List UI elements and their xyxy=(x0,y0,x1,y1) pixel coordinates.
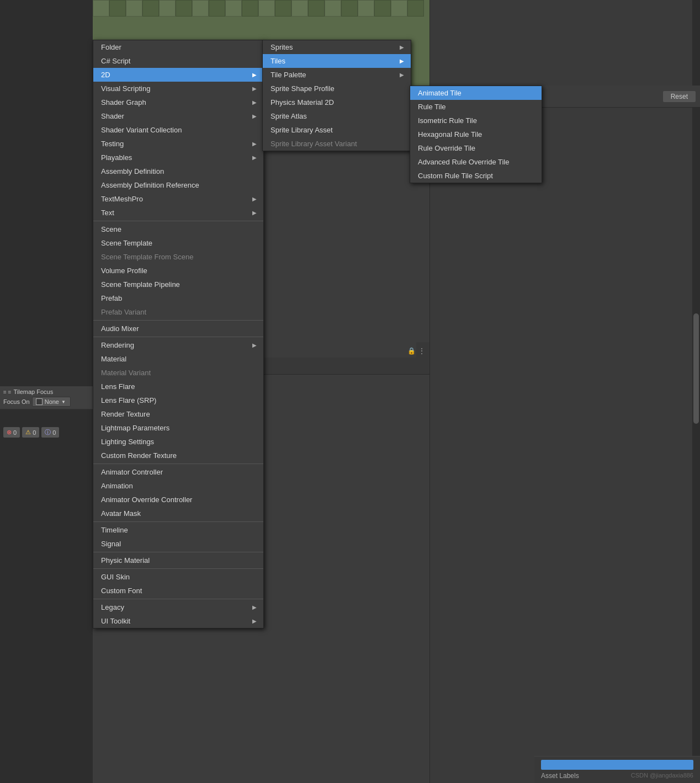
menu-item-scene-template-pipeline[interactable]: Scene Template Pipeline xyxy=(93,278,263,291)
menu-item-signal[interactable]: Signal xyxy=(93,537,263,551)
menu-tiles-item-rule-override-tile[interactable]: Rule Override Tile xyxy=(410,141,542,155)
menu-item-csharp-script[interactable]: C# Script xyxy=(93,54,263,68)
scrollbar-track[interactable] xyxy=(692,0,700,783)
focus-on-label: Focus On xyxy=(3,398,30,405)
menu-item-scene-template[interactable]: Scene Template xyxy=(93,236,263,250)
menu-item-ui-toolkit[interactable]: UI Toolkit▶ xyxy=(93,614,263,628)
menu-item-label-text: Text xyxy=(101,209,114,217)
submenu-arrow-ui-toolkit: ▶ xyxy=(252,618,257,624)
menu-item-lighting-settings[interactable]: Lighting Settings xyxy=(93,435,263,449)
menu-item-shader-graph[interactable]: Shader Graph▶ xyxy=(93,95,263,109)
menu-item-shader-variant-collection[interactable]: Shader Variant Collection xyxy=(93,123,263,137)
menu-item-material-variant: Material Variant xyxy=(93,366,263,380)
focus-on-dropdown[interactable]: None ▼ xyxy=(32,397,71,407)
asset-labels-section: Asset Labels xyxy=(534,756,700,783)
none-label: None xyxy=(45,398,59,405)
menu-item-rendering[interactable]: Rendering▶ xyxy=(93,338,263,352)
menu-item-lightmap-parameters[interactable]: Lightmap Parameters xyxy=(93,421,263,435)
menu-item-physic-material[interactable]: Physic Material xyxy=(93,553,263,567)
menu-separator xyxy=(93,521,263,522)
more-options-icon[interactable]: ⋮ xyxy=(418,345,425,357)
menu-item-lens-flare-srp[interactable]: Lens Flare (SRP) xyxy=(93,393,263,407)
menu-item-legacy[interactable]: Legacy▶ xyxy=(93,600,263,614)
menu-2d-label-sprite-library-asset: Sprite Library Asset xyxy=(271,126,333,134)
menu-item-label-scene: Scene xyxy=(101,225,121,233)
menu-2d-item-physics-material-2d[interactable]: Physics Material 2D xyxy=(263,95,411,109)
menu-item-custom-font[interactable]: Custom Font xyxy=(93,584,263,598)
scrollbar-thumb[interactable] xyxy=(693,313,699,424)
tile-cell xyxy=(341,0,358,17)
menu-item-custom-render-texture[interactable]: Custom Render Texture xyxy=(93,449,263,462)
lock-icon[interactable]: 🔒 xyxy=(407,345,416,357)
menu-item-playables[interactable]: Playables▶ xyxy=(93,151,263,164)
menu-item-assembly-definition-reference[interactable]: Assembly Definition Reference xyxy=(93,178,263,192)
menu-tiles-label-animated-tile: Animated Tile xyxy=(418,89,462,97)
tile-cell xyxy=(209,0,225,17)
submenu-arrow-shader-graph: ▶ xyxy=(252,99,257,105)
menu-2d-item-sprite-shape-profile[interactable]: Sprite Shape Profile xyxy=(263,82,411,95)
menu-tiles-item-custom-rule-tile-script[interactable]: Custom Rule Tile Script xyxy=(410,169,542,183)
menu-tiles-label-rule-tile: Rule Tile xyxy=(418,103,446,111)
menu-item-lens-flare[interactable]: Lens Flare xyxy=(93,380,263,393)
menu-item-label-audio-mixer: Audio Mixer xyxy=(101,324,139,333)
reset-button[interactable]: Reset xyxy=(663,91,696,102)
menu-item-label-avatar-mask: Avatar Mask xyxy=(101,509,141,518)
menu-item-render-texture[interactable]: Render Texture xyxy=(93,407,263,421)
menu-item-label-custom-render-texture: Custom Render Texture xyxy=(101,451,177,460)
menu-item-label-lightmap-parameters: Lightmap Parameters xyxy=(101,424,169,432)
menu-item-label-csharp-script: C# Script xyxy=(101,57,130,65)
menu-separator xyxy=(93,337,263,337)
tile-cell xyxy=(407,0,424,17)
menu-item-gui-skin[interactable]: GUI Skin xyxy=(93,570,263,584)
menu-2d-item-sprites[interactable]: Sprites▶ xyxy=(263,40,411,54)
menu-tiles-item-hexagonal-rule-tile[interactable]: Hexagonal Rule Tile xyxy=(410,127,542,141)
submenu-arrow-textmeshpro: ▶ xyxy=(252,196,257,202)
menu-item-animation[interactable]: Animation xyxy=(93,479,263,493)
menu-tiles-item-animated-tile[interactable]: Animated Tile xyxy=(410,86,542,100)
menu-separator xyxy=(93,568,263,569)
menu-item-folder[interactable]: Folder xyxy=(93,40,263,54)
info-count: 0 xyxy=(52,429,56,436)
menu-item-2d[interactable]: 2D▶ xyxy=(93,68,263,82)
submenu-arrow-2d: ▶ xyxy=(252,72,257,78)
menu-item-text[interactable]: Text▶ xyxy=(93,206,263,220)
menu-item-textmeshpro[interactable]: TextMeshPro▶ xyxy=(93,192,263,206)
asset-labels-title: Asset Labels xyxy=(541,772,579,780)
menu-item-label-custom-font: Custom Font xyxy=(101,587,142,595)
menu-item-scene[interactable]: Scene xyxy=(93,222,263,236)
menu-item-label-2d: 2D xyxy=(101,71,110,79)
watermark-text: CSDN @jiangdaxia886 xyxy=(631,772,693,779)
menu-item-volume-profile[interactable]: Volume Profile xyxy=(93,264,263,278)
menu-2d-item-tiles[interactable]: Tiles▶ xyxy=(263,54,411,68)
error-count-area: ⊗ 0 xyxy=(3,427,20,438)
menu-item-visual-scripting[interactable]: Visual Scripting▶ xyxy=(93,82,263,95)
menu-item-assembly-definition[interactable]: Assembly Definition xyxy=(93,164,263,178)
menu-2d-item-sprite-atlas[interactable]: Sprite Atlas xyxy=(263,109,411,123)
menu-item-label-animation: Animation xyxy=(101,482,133,490)
menu-tiles-item-isometric-rule-tile[interactable]: Isometric Rule Tile xyxy=(410,114,542,127)
menu-item-audio-mixer[interactable]: Audio Mixer xyxy=(93,322,263,335)
menu-2d-item-tile-palette[interactable]: Tile Palette▶ xyxy=(263,68,411,82)
menu-tiles-item-rule-tile[interactable]: Rule Tile xyxy=(410,100,542,114)
menu-item-material[interactable]: Material xyxy=(93,352,263,366)
menu-item-animator-override-controller[interactable]: Animator Override Controller xyxy=(93,493,263,507)
menu-2d-label-physics-material-2d: Physics Material 2D xyxy=(271,98,334,106)
menu-separator xyxy=(93,464,263,464)
menu-item-timeline[interactable]: Timeline xyxy=(93,523,263,537)
menu-item-testing[interactable]: Testing▶ xyxy=(93,137,263,151)
menu-item-avatar-mask[interactable]: Avatar Mask xyxy=(93,507,263,520)
info-count-icon: ⓘ xyxy=(45,428,51,436)
menu-2d-item-sprite-library-asset[interactable]: Sprite Library Asset xyxy=(263,123,411,137)
tile-cell xyxy=(374,0,391,17)
menu-item-label-animator-override-controller: Animator Override Controller xyxy=(101,496,192,504)
menu-tiles-item-advanced-rule-override-tile[interactable]: Advanced Rule Override Tile xyxy=(410,155,542,169)
menu-item-animator-controller[interactable]: Animator Controller xyxy=(93,465,263,479)
menu-item-label-animator-controller: Animator Controller xyxy=(101,468,163,476)
submenu-arrow-visual-scripting: ▶ xyxy=(252,86,257,92)
tile-cell xyxy=(391,0,407,17)
menu-item-label-lighting-settings: Lighting Settings xyxy=(101,438,154,446)
menu-item-shader[interactable]: Shader▶ xyxy=(93,109,263,123)
menu-item-label-prefab-variant: Prefab Variant xyxy=(101,308,146,316)
menu-item-prefab[interactable]: Prefab xyxy=(93,291,263,305)
tile-cell xyxy=(225,0,242,17)
